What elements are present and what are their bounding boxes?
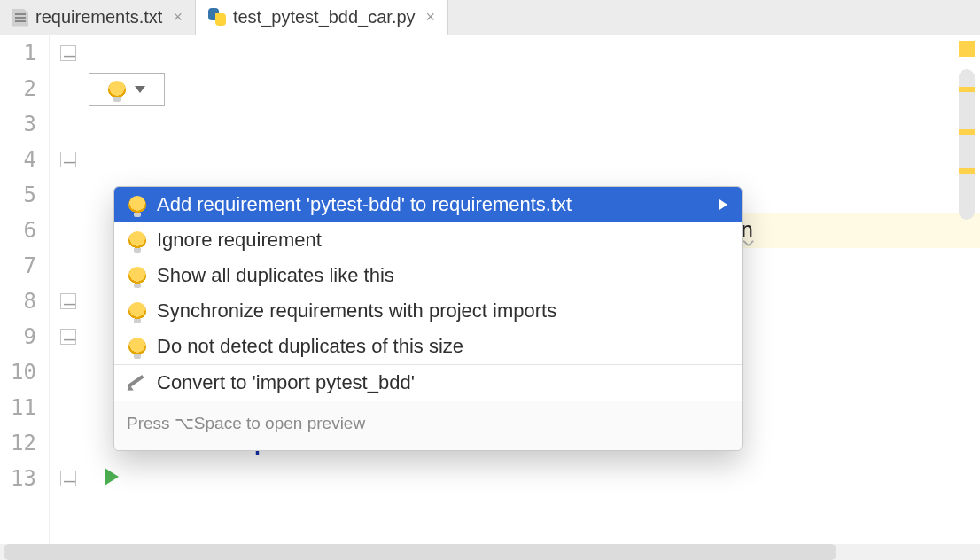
line-number: 6 [0, 213, 36, 248]
intention-item-label: Synchronize requirements with project im… [157, 293, 556, 329]
intention-item-label: Add requirement 'pytest-bdd' to requirem… [157, 187, 572, 222]
popup-footer-hint: Press ⌥Space to open preview [114, 401, 742, 450]
line-number: 7 [0, 248, 36, 284]
line-number: 12 [0, 425, 36, 461]
scrollbar-thumb[interactable] [4, 544, 836, 560]
intention-item-label: Ignore requirement [157, 222, 322, 258]
line-number: 5 [0, 177, 36, 213]
python-file-icon [208, 8, 226, 26]
fold-toggle-icon[interactable] [60, 45, 76, 61]
intention-item-label: Show all duplicates like this [157, 258, 394, 293]
tab-label: test_pytest_bdd_car.py [233, 7, 416, 27]
submenu-arrow-icon [719, 199, 727, 210]
intention-item-no-detect-duplicates[interactable]: Do not detect duplicates of this size [114, 329, 742, 364]
lightbulb-icon [128, 338, 146, 355]
line-number: 3 [0, 106, 36, 142]
line-number: 4 [0, 142, 36, 177]
intention-item-label: Do not detect duplicates of this size [157, 329, 463, 364]
line-number-gutter: 1 2 3 4 5 6 7 8 9 10 11 12 13 [0, 35, 50, 560]
intention-item-label: Convert to 'import pytest_bdd' [157, 365, 415, 401]
lightbulb-icon [108, 81, 126, 98]
intention-actions-popup: Add requirement 'pytest-bdd' to requirem… [113, 186, 743, 451]
tab-test-pytest-bdd-car[interactable]: test_pytest_bdd_car.py × [196, 0, 448, 35]
lightbulb-icon [128, 231, 146, 249]
lightbulb-icon [128, 302, 146, 320]
line-number: 2 [0, 71, 36, 106]
pencil-icon [128, 374, 146, 392]
chevron-down-icon [135, 86, 145, 93]
error-stripe[interactable] [952, 35, 980, 560]
line-number: 1 [0, 35, 36, 71]
txt-file-icon [12, 9, 28, 27]
line-number: 13 [0, 461, 36, 496]
intention-item-convert-import[interactable]: Convert to 'import pytest_bdd' [114, 365, 742, 401]
intention-item-sync-requirements[interactable]: Synchronize requirements with project im… [114, 293, 742, 329]
warning-marker[interactable] [959, 87, 975, 92]
tab-bar: requirements.txt × test_pytest_bdd_car.p… [0, 0, 980, 35]
lightbulb-icon [128, 267, 146, 284]
intention-bulb-button[interactable] [89, 73, 165, 106]
tab-label: requirements.txt [35, 7, 162, 27]
fold-toggle-icon[interactable] [60, 471, 76, 486]
close-icon[interactable]: × [423, 8, 436, 27]
lightbulb-icon [128, 196, 146, 214]
fold-toggle-icon[interactable] [60, 152, 76, 167]
fold-toggle-icon[interactable] [60, 293, 76, 309]
line-number: 10 [0, 354, 36, 390]
horizontal-scrollbar[interactable] [0, 544, 980, 560]
line-number: 9 [0, 319, 36, 354]
intention-item-show-duplicates[interactable]: Show all duplicates like this [114, 258, 742, 293]
warning-marker[interactable] [959, 168, 975, 174]
analysis-status-icon[interactable] [959, 41, 975, 57]
intention-item-add-requirement[interactable]: Add requirement 'pytest-bdd' to requirem… [114, 187, 742, 222]
fold-toggle-icon[interactable] [60, 329, 76, 345]
code-editor[interactable]: 1 2 3 4 5 6 7 8 9 10 11 12 13 from pytes… [0, 35, 980, 560]
line-number: 11 [0, 390, 36, 425]
fold-gutter [50, 35, 89, 560]
close-icon[interactable]: × [169, 8, 183, 27]
tab-requirements[interactable]: requirements.txt × [0, 0, 196, 35]
warning-marker[interactable] [959, 129, 975, 135]
line-number: 8 [0, 284, 36, 319]
intention-item-ignore-requirement[interactable]: Ignore requirement [114, 222, 742, 258]
